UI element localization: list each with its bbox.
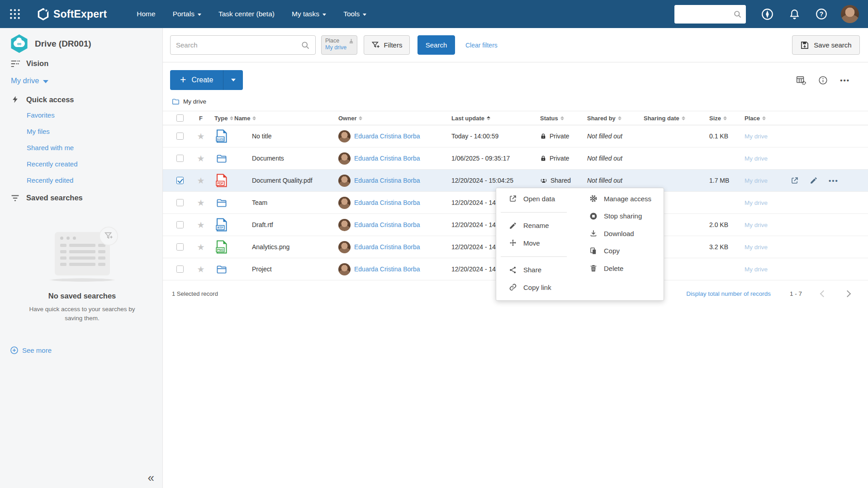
display-total-link[interactable]: Display total number of records [686,290,771,297]
menu-item-open-data[interactable]: Open data [496,190,577,208]
column-header-f[interactable]: F [190,115,212,122]
owner-link[interactable]: Eduarda Cristina Borba [354,155,420,162]
column-header-place[interactable]: Place [742,115,787,122]
sidebar-section-saved-searches[interactable]: Saved searches [10,194,154,202]
menu-item-stop-sharing[interactable]: Stop sharing [577,208,664,225]
sidebar-item-recently-edited[interactable]: Recently edited [27,172,154,188]
column-header-name[interactable]: Name [232,115,336,122]
menu-item-download[interactable]: Download [577,225,664,242]
nav-item-tools[interactable]: Tools [343,10,366,18]
menu-item-copy[interactable]: Copy [577,242,664,260]
column-label: F [199,115,203,122]
favorite-star-icon[interactable]: ★ [197,154,204,163]
sidebar-item-my-files[interactable]: My files [27,123,154,139]
favorite-star-icon[interactable]: ★ [197,221,204,229]
owner-link[interactable]: Eduarda Cristina Borba [354,177,420,184]
cell-name[interactable]: Draft.rtf [232,221,336,228]
explore-icon[interactable] [761,8,773,20]
previous-page-icon[interactable] [820,290,827,298]
empty-state-subtitle: Have quick access to your searches by sa… [26,305,139,322]
record-search-input[interactable] [176,41,301,49]
nav-item-home[interactable]: Home [137,10,155,18]
column-header-type[interactable]: Type [212,115,232,122]
row-checkbox[interactable] [176,133,184,140]
row-checkbox[interactable] [176,221,184,228]
save-search-button[interactable]: Save search [792,35,860,55]
row-checkbox[interactable] [176,155,184,162]
global-search-box[interactable] [674,5,746,24]
softexpert-logo[interactable]: SoftExpert [37,8,107,20]
sidebar-item-shared-with-me[interactable]: Shared with me [27,139,154,156]
filters-button[interactable]: Filters [364,35,410,55]
next-page-icon[interactable] [844,290,851,298]
clear-place-broom-icon[interactable] [348,38,354,44]
menu-item-manage-access[interactable]: Manage access [577,190,664,208]
info-icon[interactable] [818,76,828,85]
owner-link[interactable]: Eduarda Cristina Borba [354,265,420,273]
column-header-sharing-date[interactable]: Sharing date [641,115,707,122]
more-options-icon[interactable]: ••• [840,76,850,84]
nav-item-task-center-beta[interactable]: Task center (beta) [218,10,275,18]
sidebar-section-quick-access[interactable]: Quick access [10,95,154,104]
column-label: Owner [338,115,356,122]
cell-name[interactable]: No title [232,133,336,140]
row-checkbox[interactable] [176,199,184,206]
see-more-button[interactable]: See more [10,346,52,355]
sidebar-item-vision[interactable]: Vision [10,59,154,68]
place-filter-chip[interactable]: Place My drive [321,35,357,55]
select-all-checkbox[interactable] [176,114,184,122]
cell-name[interactable]: Document Quality.pdf [232,177,336,184]
menu-item-move[interactable]: Move [496,234,577,252]
menu-item-rename[interactable]: Rename [496,217,577,235]
cell-name[interactable]: Analytics.png [232,243,336,251]
column-header-status[interactable]: Status [537,115,584,122]
create-dropdown-button[interactable] [223,70,243,90]
sidebar-item-favorites[interactable]: Favorites [27,107,154,123]
owner-link[interactable]: Eduarda Cristina Borba [354,221,420,228]
owner-link[interactable]: Eduarda Cristina Borba [354,243,420,251]
edit-pencil-icon[interactable] [810,176,818,185]
column-header-shared-by[interactable]: Shared by [584,115,641,122]
column-header-size[interactable]: Size [707,115,742,122]
row-more-options-icon[interactable]: ••• [829,177,839,185]
column-header-last-update[interactable]: Last update [449,115,537,122]
breadcrumb-current[interactable]: My drive [183,98,206,105]
favorite-star-icon[interactable]: ★ [197,132,204,141]
row-checkbox[interactable] [176,177,184,184]
sidebar-item-recently-created[interactable]: Recently created [27,156,154,172]
table-row[interactable]: ★ SUITE No title Eduarda Cristina Borba … [163,125,868,147]
see-more-label: See more [22,346,52,354]
menu-item-copy-link[interactable]: Copy link [496,279,577,296]
favorite-star-icon[interactable]: ★ [197,265,204,274]
sidebar-item-my-drive[interactable]: My drive [11,76,154,85]
table-settings-icon[interactable] [796,75,806,85]
apps-grid-icon[interactable] [9,8,21,20]
row-checkbox[interactable] [176,243,184,251]
nav-item-portals[interactable]: Portals [173,10,201,18]
cell-name[interactable]: Team [232,199,336,206]
cell-name[interactable]: Project [232,265,336,273]
menu-item-delete[interactable]: Delete [577,260,664,277]
nav-item-my-tasks[interactable]: My tasks [292,10,326,18]
record-search-box[interactable] [170,35,316,55]
owner-link[interactable]: Eduarda Cristina Borba [354,133,420,140]
create-button[interactable]: + Create [170,70,223,90]
download-icon [589,229,598,237]
user-avatar[interactable] [841,5,859,23]
search-button[interactable]: Search [417,35,455,55]
owner-link[interactable]: Eduarda Cristina Borba [354,199,420,206]
column-header-owner[interactable]: Owner [336,115,449,122]
help-icon[interactable]: ? [816,8,827,20]
favorite-star-icon[interactable]: ★ [197,199,204,207]
open-external-icon[interactable] [791,176,799,185]
favorite-star-icon[interactable]: ★ [197,176,204,185]
notifications-bell-icon[interactable] [789,9,800,20]
sidebar-collapse-button[interactable]: « [148,472,154,483]
menu-item-share[interactable]: Share [496,261,577,279]
favorite-star-icon[interactable]: ★ [197,243,204,251]
clear-filters-link[interactable]: Clear filters [465,42,498,49]
table-row[interactable]: ★ Documents Eduarda Cristina Borba 1/06/… [163,147,868,170]
row-checkbox[interactable] [176,265,184,273]
cell-name[interactable]: Documents [232,155,336,162]
global-search-input[interactable] [678,10,733,18]
